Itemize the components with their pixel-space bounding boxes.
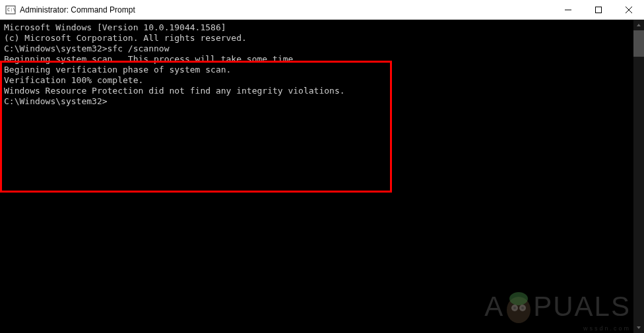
svg-text:C:\: C:\ xyxy=(7,7,16,13)
svg-marker-6 xyxy=(637,24,641,26)
app-icon: C:\ xyxy=(5,5,16,15)
output-line: Microsoft Windows [Version 10.0.19044.15… xyxy=(4,22,640,33)
close-button[interactable] xyxy=(614,0,644,19)
output-line: (c) Microsoft Corporation. All rights re… xyxy=(4,33,640,44)
window-controls xyxy=(553,0,644,19)
scroll-down-arrow[interactable] xyxy=(633,322,644,333)
window-title: Administrator: Command Prompt xyxy=(20,5,553,15)
output-line: Beginning verification phase of system s… xyxy=(4,65,640,75)
minimize-button[interactable] xyxy=(553,0,583,19)
output-line: Windows Resource Protection did not find… xyxy=(4,86,640,96)
scroll-up-arrow[interactable] xyxy=(633,20,644,30)
vertical-scrollbar[interactable] xyxy=(633,20,644,333)
command-prompt-window: C:\ Administrator: Command Prompt Micros… xyxy=(0,0,644,333)
output-line: Verification 100% complete. xyxy=(4,75,640,86)
scrollbar-thumb[interactable] xyxy=(633,30,644,57)
scrollbar-track[interactable] xyxy=(633,20,644,333)
output-line: Beginning system scan. This process will… xyxy=(4,54,640,65)
prompt-line: C:\Windows\system32>sfc /scannow xyxy=(4,44,640,54)
prompt-line: C:\Windows\system32> xyxy=(4,96,640,107)
svg-marker-7 xyxy=(637,326,641,329)
terminal-output[interactable]: Microsoft Windows [Version 10.0.19044.15… xyxy=(0,20,644,333)
svg-rect-3 xyxy=(596,7,602,13)
maximize-button[interactable] xyxy=(583,0,614,19)
titlebar[interactable]: C:\ Administrator: Command Prompt xyxy=(0,0,644,20)
